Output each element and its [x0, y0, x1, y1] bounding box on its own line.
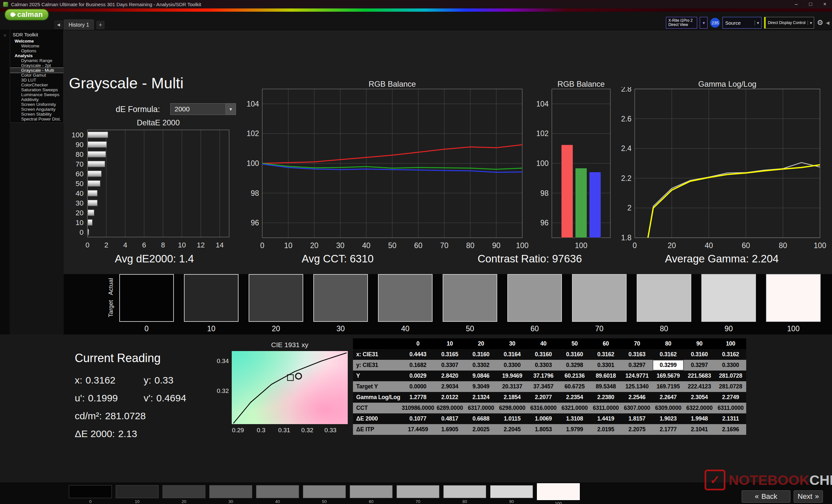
sidebar-item-additivity[interactable]: Additivity [10, 97, 63, 102]
sidebar-item-saturation-sweeps[interactable]: Saturation Sweeps [10, 87, 63, 92]
level-strip-swatch-50[interactable]: 50 [303, 485, 346, 504]
table-cell[interactable]: 89.5348 [590, 381, 621, 392]
meter-button[interactable]: X-Rite i1Pro 2 Direct View [666, 17, 697, 29]
sidebar-item-screen-uniformity[interactable]: Screen Uniformity [10, 102, 63, 107]
table-cell[interactable]: 0.3303 [528, 360, 559, 370]
table-cell[interactable]: 19.9469 [497, 370, 528, 381]
table-cell[interactable]: 0.3160 [528, 349, 559, 360]
table-cell[interactable]: 1.3108 [559, 413, 590, 424]
table-cell[interactable]: 60.6725 [559, 381, 590, 392]
table-cell[interactable]: 2.8420 [434, 370, 465, 381]
sidebar-item-welcome[interactable]: Welcome [10, 44, 63, 48]
table-cell[interactable]: 0.1682 [402, 360, 434, 370]
table-cell[interactable]: 0.3160 [559, 349, 590, 360]
table-cell[interactable]: 0.3164 [497, 349, 528, 360]
table-cell[interactable]: 0.3162 [590, 349, 621, 360]
table-cell[interactable]: 1.0069 [528, 413, 559, 424]
table-cell[interactable]: 0.3162 [715, 349, 746, 360]
table-cell[interactable]: 6298.0000 [497, 403, 528, 413]
table-cell[interactable]: 0.3307 [434, 360, 465, 370]
table-cell[interactable]: 2.1311 [715, 413, 746, 424]
sidebar-item-dynamic-range[interactable]: Dynamic Range [10, 58, 63, 63]
close-button[interactable]: × [818, 0, 832, 8]
table-cell[interactable]: 89.6018 [590, 370, 621, 381]
table-cell[interactable]: 6311.0000 [715, 403, 746, 413]
table-cell[interactable]: 169.7195 [653, 381, 684, 392]
table-cell[interactable]: 2.0122 [434, 392, 465, 403]
table-cell[interactable]: 9.0846 [465, 370, 497, 381]
table-cell[interactable]: 1.8157 [621, 413, 653, 424]
table-cell[interactable]: 0.3299 [653, 360, 684, 370]
table-cell[interactable]: 0.3298 [559, 360, 590, 370]
sidebar-item-colorchecker[interactable]: ColorChecker [10, 83, 63, 87]
table-cell[interactable]: 0.3300 [497, 360, 528, 370]
table-cell[interactable]: 0.3300 [715, 360, 746, 370]
table-cell[interactable]: 37.3457 [528, 381, 559, 392]
table-cell[interactable]: 1.0115 [497, 413, 528, 424]
table-cell[interactable]: 2.1854 [497, 392, 528, 403]
sidebar-section-welcome[interactable]: Welcome [10, 39, 63, 44]
minimize-button[interactable]: – [789, 0, 803, 8]
table-cell[interactable]: 6309.0000 [653, 403, 684, 413]
display-control-dropdown[interactable]: Direct Display Control ▾ [764, 17, 814, 29]
table-cell[interactable]: 1.6905 [434, 424, 465, 435]
table-cell[interactable]: 2.0025 [465, 424, 497, 435]
source-dropdown[interactable]: Source ▾ [723, 17, 761, 29]
table-cell[interactable]: 20.3137 [497, 381, 528, 392]
table-cell[interactable]: 2.9034 [434, 381, 465, 392]
sidebar-item-screen-stability[interactable]: Screen Stability [10, 112, 63, 117]
table-cell[interactable]: 6289.0000 [434, 403, 465, 413]
table-cell[interactable]: 169.5679 [653, 370, 684, 381]
level-strip-swatch-30[interactable]: 30 [209, 485, 252, 504]
table-cell[interactable]: 0.3297 [684, 360, 715, 370]
level-strip-swatch-90[interactable]: 90 [490, 485, 533, 504]
table-cell[interactable]: 1.2778 [402, 392, 434, 403]
level-strip-swatch-10[interactable]: 10 [116, 485, 159, 504]
table-cell[interactable]: 0.6688 [465, 413, 497, 424]
table-cell[interactable]: 0.0000 [402, 381, 434, 392]
table-cell[interactable]: 2.1777 [653, 424, 684, 435]
table-cell[interactable]: 2.1324 [465, 392, 497, 403]
table-cell[interactable]: 2.2647 [653, 392, 684, 403]
sidebar-section-analysis[interactable]: Analysis [10, 53, 63, 58]
table-cell[interactable]: 2.2749 [715, 392, 746, 403]
table-cell[interactable]: 0.1077 [402, 413, 434, 424]
table-cell[interactable]: 6321.0000 [559, 403, 590, 413]
table-cell[interactable]: 1.9023 [653, 413, 684, 424]
table-cell[interactable]: 2.2354 [559, 392, 590, 403]
table-cell[interactable]: 6317.0000 [465, 403, 497, 413]
tab-history-1[interactable]: History 1 [64, 20, 94, 30]
table-cell[interactable]: 6322.0000 [684, 403, 715, 413]
table-cell[interactable]: 2.1696 [715, 424, 746, 435]
maximize-button[interactable]: □ [803, 0, 818, 8]
table-cell[interactable]: 0.3160 [684, 349, 715, 360]
table-cell[interactable]: 2.0195 [590, 424, 621, 435]
sidebar-item-grayscale-2pt[interactable]: Grayscale - 2pt [10, 63, 63, 68]
table-cell[interactable]: 1.9948 [684, 413, 715, 424]
settings-gear-icon[interactable]: ⚙ [817, 19, 823, 27]
table-cell[interactable]: 221.5683 [684, 370, 715, 381]
table-cell[interactable]: 9.3049 [465, 381, 497, 392]
sidebar-item-color-gamut[interactable]: Color Gamut [10, 73, 63, 78]
table-cell[interactable]: 17.4459 [402, 424, 434, 435]
table-cell[interactable]: 0.3297 [621, 360, 653, 370]
level-strip-swatch-20[interactable]: 20 [162, 485, 205, 504]
sidebar-item-grayscale-multi[interactable]: Grayscale - Multi [10, 68, 63, 73]
next-button[interactable]: Next » [794, 491, 823, 503]
table-cell[interactable]: 0.3301 [590, 360, 621, 370]
table-cell[interactable]: 0.4443 [402, 349, 434, 360]
table-cell[interactable]: 125.1340 [621, 381, 653, 392]
table-cell[interactable]: 6311.0000 [590, 403, 621, 413]
table-cell[interactable]: 281.0728 [715, 370, 746, 381]
new-tab-button[interactable]: + [96, 21, 105, 29]
sidebar-item-screen-angularity[interactable]: Screen Angularity [10, 107, 63, 112]
table-cell[interactable]: 2.2075 [621, 424, 653, 435]
table-cell[interactable]: 0.3163 [621, 349, 653, 360]
table-cell[interactable]: 1.8053 [528, 424, 559, 435]
table-cell[interactable]: 0.0029 [402, 370, 434, 381]
table-cell[interactable]: 0.3162 [653, 349, 684, 360]
table-cell[interactable]: 1.9799 [559, 424, 590, 435]
table-cell[interactable]: 281.0728 [715, 381, 746, 392]
table-cell[interactable]: 0.3165 [434, 349, 465, 360]
table-cell[interactable]: 0.3160 [465, 349, 497, 360]
